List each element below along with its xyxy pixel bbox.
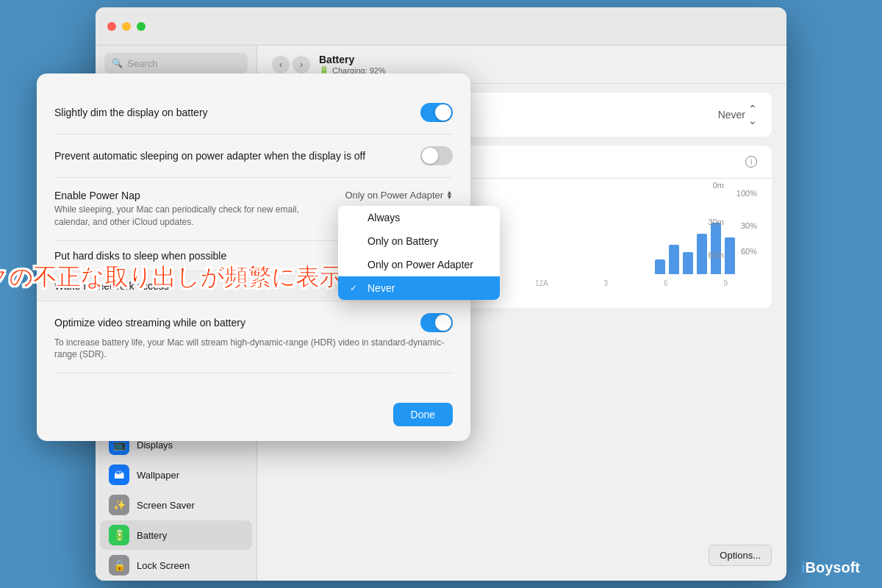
low-power-value[interactable]: Never ⌃⌄ xyxy=(718,103,757,126)
dialog-row-powernap-text: Enable Power Nap While sleeping, your Ma… xyxy=(54,190,345,229)
chart-bars xyxy=(655,223,735,274)
sleep-toggle-knob xyxy=(422,148,438,164)
search-bar[interactable]: 🔍 Search xyxy=(104,53,248,74)
hard-disk-title: Put hard disks to sleep when possible xyxy=(54,250,226,262)
power-nap-title: Enable Power Nap xyxy=(54,190,345,201)
chart-bar-6 xyxy=(725,237,735,274)
maximize-button[interactable] xyxy=(137,22,146,31)
minimize-button[interactable] xyxy=(122,22,131,31)
sidebar-label-lockscreen: Lock Screen xyxy=(137,560,190,571)
wallpaper-icon: 🏔 xyxy=(109,465,129,485)
title-bar xyxy=(96,7,786,46)
close-button[interactable] xyxy=(107,22,116,31)
dialog-footer: Done xyxy=(37,391,470,441)
dim-display-title: Slightly dim the display on battery xyxy=(54,107,420,118)
sidebar-item-battery[interactable]: 🔋 Battery xyxy=(100,520,252,550)
back-button[interactable]: ‹ xyxy=(272,56,290,74)
chart-0m-label: 0m xyxy=(713,181,724,190)
chart-30m-label: 30m xyxy=(709,218,724,226)
optimize-toggle-knob xyxy=(435,315,451,331)
iboysoft-rest: Boysoft xyxy=(806,559,860,576)
panel-title-area: Battery 🔋 Charging: 92% xyxy=(319,54,386,75)
optimize-desc: To increase battery life, your Mac will … xyxy=(54,337,453,362)
power-nap-chevron: ▲▼ xyxy=(446,191,453,199)
chart-30-label: 30% xyxy=(741,221,757,230)
sidebar-label-screensaver: Screen Saver xyxy=(137,500,195,511)
chart-60m-label: 60m xyxy=(709,251,724,259)
nav-arrows: ‹ › xyxy=(272,56,310,74)
adapter-label: Only on Power Adapter xyxy=(368,259,473,270)
traffic-lights xyxy=(107,22,146,31)
chart-bar-2 xyxy=(669,245,679,274)
sidebar-item-screensaver[interactable]: ✨ Screen Saver xyxy=(100,490,252,520)
dialog-row-optimize: Optimize video streaming while on batter… xyxy=(54,301,453,374)
sidebar-item-lockscreen[interactable]: 🔒 Lock Screen xyxy=(100,551,252,580)
never-checkmark: ✓ xyxy=(350,283,362,293)
battery-label: Only on Battery xyxy=(368,235,439,247)
battery-icon: 🔋 xyxy=(109,525,129,545)
dialog-row-sleep: Prevent automatic sleeping on power adap… xyxy=(54,135,453,178)
low-power-chevron: ⌃⌄ xyxy=(748,103,757,126)
iboysoft-brand: iBoysoft xyxy=(801,559,860,576)
panel-title: Battery xyxy=(319,54,386,65)
normal-value: i xyxy=(745,156,757,168)
dropdown-item-always[interactable]: Always xyxy=(338,206,500,229)
dropdown-item-never[interactable]: ✓ Never xyxy=(338,276,500,300)
dim-display-toggle[interactable] xyxy=(420,103,453,122)
chart-bar-5 xyxy=(711,223,721,274)
never-label: Never xyxy=(368,282,395,294)
iboysoft-text: iBoysoft xyxy=(801,559,860,576)
chart-bar-4 xyxy=(697,234,707,274)
search-placeholder: Search xyxy=(127,58,157,69)
dropdown-item-adapter[interactable]: Only on Power Adapter xyxy=(338,253,500,276)
low-power-value-text: Never xyxy=(718,109,745,121)
prevent-sleep-title: Prevent automatic sleeping on power adap… xyxy=(54,150,420,162)
done-button[interactable]: Done xyxy=(393,403,453,426)
wake-row-title: Wake for network access xyxy=(54,280,169,292)
search-icon: 🔍 xyxy=(112,58,123,68)
forward-button[interactable]: › xyxy=(293,56,310,74)
dropdown-popup: Always Only on Battery Only on Power Ada… xyxy=(338,206,500,300)
x-label-6b: 6 xyxy=(664,279,668,287)
power-nap-value-text: Only on Power Adapter xyxy=(345,190,443,201)
sidebar-item-wallpaper[interactable]: 🏔 Wallpaper xyxy=(100,460,252,490)
x-label-12a: 12A xyxy=(535,279,548,287)
chart-bar-3 xyxy=(683,252,693,274)
info-icon[interactable]: i xyxy=(745,156,757,168)
x-label-3b: 3 xyxy=(604,279,609,287)
lockscreen-icon: 🔒 xyxy=(109,555,129,576)
sidebar-label-battery: Battery xyxy=(137,530,167,541)
dim-toggle-knob xyxy=(435,104,451,121)
chart-percentage-label: 100% xyxy=(736,189,757,198)
prevent-sleep-toggle[interactable] xyxy=(420,146,453,165)
dropdown-item-battery[interactable]: Only on Battery xyxy=(338,229,500,253)
dialog-row-dim-text: Slightly dim the display on battery xyxy=(54,107,420,118)
x-label-9b: 9 xyxy=(723,279,728,287)
dialog-row-sleep-text: Prevent automatic sleeping on power adap… xyxy=(54,150,420,162)
dialog-row-dim: Slightly dim the display on battery xyxy=(54,91,453,135)
optimize-row-top: Optimize video streaming while on batter… xyxy=(54,313,453,332)
screensaver-icon: ✨ xyxy=(109,495,129,515)
optimize-title: Optimize video streaming while on batter… xyxy=(54,317,245,329)
power-nap-value[interactable]: Only on Power Adapter ▲▼ xyxy=(345,190,453,201)
chart-60-label: 60% xyxy=(741,247,757,256)
power-nap-desc: While sleeping, your Mac can periodicall… xyxy=(54,204,334,229)
always-label: Always xyxy=(368,212,400,223)
chart-bar-1 xyxy=(655,259,665,274)
sidebar-label-wallpaper: Wallpaper xyxy=(137,470,179,481)
optimize-toggle[interactable] xyxy=(420,313,453,332)
